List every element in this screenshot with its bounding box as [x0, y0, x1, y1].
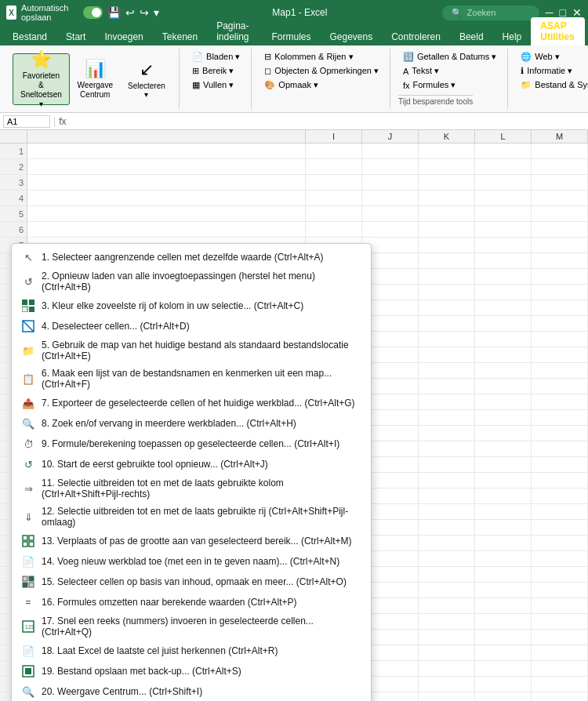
cell-m[interactable]: [532, 347, 588, 362]
cell-m[interactable]: [532, 285, 588, 300]
cell-l[interactable]: [475, 426, 532, 441]
cell-l[interactable]: [475, 379, 532, 394]
cell-l[interactable]: [475, 222, 532, 237]
menu-item-18[interactable]: 📄 18. Laat Excel de laatste cel juist he…: [12, 641, 371, 661]
cell-l[interactable]: [475, 583, 532, 597]
cell-m[interactable]: [532, 191, 588, 205]
info-button[interactable]: ℹInformatie ▾: [516, 64, 588, 78]
undo-icon[interactable]: ↩: [125, 6, 135, 19]
menu-item-16[interactable]: = 16. Formules omzetten naar berekende w…: [12, 592, 371, 612]
cell-l[interactable]: [475, 473, 532, 488]
cell-m[interactable]: [532, 692, 588, 701]
cell-l[interactable]: [475, 661, 532, 676]
cell-m[interactable]: [532, 159, 588, 174]
menu-item-11[interactable]: ⇒ 11. Selectie uitbreiden tot en met de …: [12, 474, 371, 503]
formules-button[interactable]: fxFormules ▾: [398, 78, 501, 92]
cell-j[interactable]: [362, 191, 419, 205]
cell-main[interactable]: [27, 191, 306, 205]
tab-asap[interactable]: ASAP Utilities: [531, 17, 585, 45]
cell-i[interactable]: [306, 222, 362, 237]
cell-m[interactable]: [532, 645, 588, 660]
cell-i[interactable]: [306, 159, 362, 174]
cell-k[interactable]: [419, 614, 475, 629]
cell-m[interactable]: [532, 238, 588, 252]
cell-l[interactable]: [475, 238, 532, 252]
cell-k[interactable]: [419, 269, 475, 284]
cell-m[interactable]: [532, 598, 588, 613]
cell-l[interactable]: [475, 630, 532, 645]
cell-k[interactable]: [419, 347, 475, 362]
cell-m[interactable]: [532, 410, 588, 425]
cell-l[interactable]: [475, 645, 532, 660]
cell-k[interactable]: [419, 175, 475, 190]
menu-item-8[interactable]: 🔍 8. Zoek en/of vervang in meerdere werk…: [12, 413, 371, 434]
name-box[interactable]: [3, 115, 50, 128]
tab-start[interactable]: Start: [56, 28, 95, 45]
menu-item-9[interactable]: ⏱ 9. Formule/berekening toepassen op ges…: [12, 434, 371, 454]
tab-invoegen[interactable]: Invoegen: [95, 28, 152, 45]
cell-m[interactable]: [532, 253, 588, 268]
cell-l[interactable]: [475, 536, 532, 550]
cell-l[interactable]: [475, 143, 532, 158]
cell-k[interactable]: [419, 473, 475, 488]
cell-m[interactable]: [532, 206, 588, 221]
cell-m[interactable]: [532, 379, 588, 394]
cell-l[interactable]: [475, 520, 532, 535]
cell-main[interactable]: [27, 175, 306, 190]
cell-k[interactable]: [419, 520, 475, 535]
menu-item-15[interactable]: 15. Selecteer cellen op basis van inhoud…: [12, 572, 371, 592]
cell-m[interactable]: [532, 536, 588, 550]
cell-k[interactable]: [419, 441, 475, 456]
cell-m[interactable]: [532, 300, 588, 315]
kolommen-button[interactable]: ⊟Kolommen & Rijen ▾: [260, 50, 383, 64]
opmaak-button[interactable]: 🎨Opmaak ▾: [260, 78, 383, 92]
cell-i[interactable]: [306, 143, 362, 158]
cell-k[interactable]: [419, 661, 475, 676]
web-button[interactable]: 🌐Web ▾: [516, 50, 588, 64]
cell-main[interactable]: [27, 206, 306, 221]
cell-main[interactable]: [27, 222, 306, 237]
cell-j[interactable]: [362, 206, 419, 221]
getallen-button[interactable]: 🔢Getallen & Datums ▾: [398, 50, 501, 64]
cell-l[interactable]: [475, 347, 532, 362]
search-box[interactable]: 🔍: [442, 5, 539, 20]
cell-m[interactable]: [532, 143, 588, 158]
menu-item-4[interactable]: 4. Deselecteer cellen... (Ctrl+Alt+D): [12, 316, 371, 336]
cell-l[interactable]: [475, 175, 532, 190]
menu-item-10[interactable]: ↺ 10. Start de eerst gebruikte tool opni…: [12, 454, 371, 474]
cell-k[interactable]: [419, 457, 475, 472]
tab-formules[interactable]: Formules: [262, 28, 320, 45]
menu-item-3[interactable]: 3. Kleur elke zoveelste rij of kolom in …: [12, 296, 371, 316]
cell-main[interactable]: [27, 143, 306, 158]
cell-k[interactable]: [419, 206, 475, 221]
menu-item-13[interactable]: 13. Verplaats of pas de grootte aan van …: [12, 531, 371, 551]
cell-m[interactable]: [532, 222, 588, 237]
favorieten-button[interactable]: ⭐ Favorieten &Sneltoetsen ▾: [13, 53, 70, 105]
cell-l[interactable]: [475, 692, 532, 701]
cell-k[interactable]: [419, 426, 475, 441]
cell-k[interactable]: [419, 692, 475, 701]
cell-l[interactable]: [475, 300, 532, 315]
vullen-button[interactable]: ▦Vullen ▾: [187, 78, 245, 92]
search-input[interactable]: [467, 8, 530, 17]
cell-k[interactable]: [419, 551, 475, 566]
cell-k[interactable]: [419, 222, 475, 237]
cell-l[interactable]: [475, 332, 532, 347]
cell-l[interactable]: [475, 206, 532, 221]
cell-k[interactable]: [419, 394, 475, 409]
autosave-toggle[interactable]: [83, 6, 102, 19]
menu-item-6[interactable]: 📋 6. Maak een lijst van de bestandsnamen…: [12, 365, 371, 393]
menu-item-1[interactable]: ↖ 1. Selecteer aangrenzende cellen met d…: [12, 247, 371, 267]
cell-k[interactable]: [419, 316, 475, 331]
tab-help[interactable]: Help: [493, 28, 532, 45]
bereik-button[interactable]: ⊞Bereik ▾: [187, 64, 245, 78]
cell-k[interactable]: [419, 363, 475, 378]
cell-m[interactable]: [532, 567, 588, 582]
weergave-button[interactable]: 📊 WeergaveCentrum: [73, 53, 118, 105]
cell-m[interactable]: [532, 614, 588, 629]
cell-l[interactable]: [475, 316, 532, 331]
redo-icon[interactable]: ↪: [140, 6, 149, 19]
bestand-button[interactable]: 📁Bestand & Systeem ▾: [516, 78, 588, 92]
cell-i[interactable]: [306, 175, 362, 190]
cell-j[interactable]: [362, 222, 419, 237]
